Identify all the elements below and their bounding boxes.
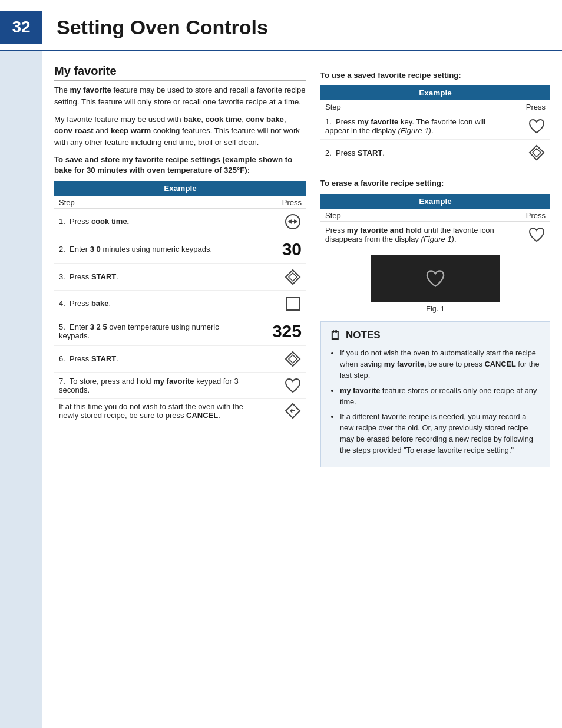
step-5-desc: 5. Enter 3 2 5 oven temperature using nu…: [54, 317, 251, 345]
list-item: my favorite feature stores or recalls on…: [340, 385, 541, 407]
use-col-header: Step Press: [320, 100, 550, 113]
svg-marker-2: [286, 270, 300, 284]
notes-title: NOTES: [346, 330, 381, 341]
svg-marker-6: [289, 355, 297, 363]
notes-heading: 🗒 NOTES: [329, 329, 541, 342]
cook-time-icon: [284, 213, 302, 230]
use-step-1-press: [500, 113, 550, 140]
table-row: 5. Enter 3 2 5 oven temperature using nu…: [54, 317, 306, 345]
page-header: 32 Setting Oven Controls: [0, 0, 562, 51]
start-icon: [284, 268, 302, 286]
left-example-table: Example Step Press 1. Press cook time.: [54, 181, 306, 423]
use-step-2-press: [500, 140, 550, 166]
step-4-press: [251, 290, 306, 317]
section-heading: My favorite: [54, 64, 306, 81]
step-4-desc: 4. Press bake.: [54, 290, 251, 317]
step-7-press: [251, 372, 306, 398]
cancel-icon: [251, 398, 306, 423]
page-body: My favorite The my favorite feature may …: [0, 51, 562, 728]
step-2-press: 30: [251, 235, 306, 263]
use-example-header: Example: [320, 85, 550, 100]
intro-p2: My favorite feature may be used with bak…: [54, 114, 306, 149]
erase-step-press: [500, 221, 550, 248]
save-heading: To save and store my favorite recipe set…: [54, 154, 306, 176]
left-column: My favorite The my favorite feature may …: [54, 64, 306, 719]
number-325-display: 325: [272, 321, 302, 341]
svg-marker-5: [286, 352, 300, 366]
list-item: If a different favorite recipe is needed…: [340, 411, 541, 456]
table-row: 4. Press bake.: [54, 290, 306, 317]
cancel-note: If at this time you do not wish to start…: [54, 398, 251, 423]
table-row: 3. Press START.: [54, 263, 306, 290]
svg-marker-3: [289, 273, 297, 281]
erase-press-col: Press: [500, 209, 550, 222]
fig-1-container: Fig. 1: [320, 255, 550, 313]
heart-icon-2: [528, 118, 546, 134]
start-icon-2: [284, 350, 302, 368]
use-step-col: Step: [320, 100, 500, 113]
table-row: 1. Press my favorite key. The favorite i…: [320, 113, 550, 140]
use-example-table: Example Step Press 1. Press my favorite …: [320, 85, 550, 166]
fig-caption: Fig. 1: [426, 305, 444, 313]
step-col-header: Step: [54, 196, 251, 209]
left-sidebar: [0, 51, 42, 728]
use-step-2-desc: 2. Press START.: [320, 140, 500, 166]
erase-col-header: Step Press: [320, 209, 550, 222]
cancel-note-row: If at this time you do not wish to start…: [54, 398, 306, 423]
notes-box: 🗒 NOTES If you do not wish the oven to a…: [320, 321, 550, 467]
table-row: 1. Press cook time.: [54, 208, 306, 235]
step-1-press: [251, 208, 306, 235]
step-1-desc: 1. Press cook time.: [54, 208, 251, 235]
svg-rect-4: [286, 297, 299, 310]
heart-icon-3: [528, 226, 546, 243]
use-step-1-desc: 1. Press my favorite key. The favorite i…: [320, 113, 500, 140]
table-row: 2. Press START.: [320, 140, 550, 166]
press-col-header: Press: [251, 196, 306, 209]
right-column: To use a saved favorite recipe setting: …: [320, 64, 550, 719]
page-number: 32: [0, 11, 42, 44]
erase-heading: To erase a favorite recipe setting:: [320, 178, 550, 189]
use-press-col: Press: [500, 100, 550, 113]
step-5-press: 325: [251, 317, 306, 345]
fig-1-display: [371, 255, 500, 302]
bake-icon: [284, 295, 302, 312]
use-example-label: Example: [320, 85, 550, 100]
step-6-press: [251, 345, 306, 372]
number-30-display: 30: [282, 239, 302, 259]
step-6-desc: 6. Press START.: [54, 345, 251, 372]
svg-marker-9: [530, 146, 544, 160]
erase-example-header: Example: [320, 194, 550, 209]
intro-p1: The my favorite feature may be used to s…: [54, 84, 306, 108]
use-heading: To use a saved favorite recipe setting:: [320, 70, 550, 81]
cancel-icon: [284, 402, 302, 420]
page-title: Setting Oven Controls: [42, 16, 268, 39]
svg-marker-10: [533, 149, 541, 157]
example-header-row: Example: [54, 181, 306, 196]
step-3-desc: 3. Press START.: [54, 263, 251, 290]
col-header-row: Step Press: [54, 196, 306, 209]
step-7-desc: 7. To store, press and hold my favorite …: [54, 372, 251, 398]
step-2-desc: 2. Enter 3 0 minutes using numeric keypa…: [54, 235, 251, 263]
notes-icon: 🗒: [329, 329, 341, 342]
fig-heart-icon: [425, 269, 446, 288]
erase-example-table: Example Step Press Press my favorite and…: [320, 194, 550, 248]
heart-icon-1: [284, 377, 302, 394]
start-icon-3: [528, 144, 546, 162]
example-label: Example: [54, 181, 306, 196]
erase-step-col: Step: [320, 209, 500, 222]
table-row: 6. Press START.: [54, 345, 306, 372]
table-row: 7. To store, press and hold my favorite …: [54, 372, 306, 398]
step-3-press: [251, 263, 306, 290]
notes-list: If you do not wish the oven to automatic…: [329, 347, 541, 456]
table-row: 2. Enter 3 0 minutes using numeric keypa…: [54, 235, 306, 263]
erase-example-label: Example: [320, 194, 550, 209]
main-content: My favorite The my favorite feature may …: [42, 51, 562, 728]
list-item: If you do not wish the oven to automatic…: [340, 347, 541, 381]
table-row: Press my favorite and hold until the fav…: [320, 221, 550, 248]
erase-step-desc: Press my favorite and hold until the fav…: [320, 221, 500, 248]
